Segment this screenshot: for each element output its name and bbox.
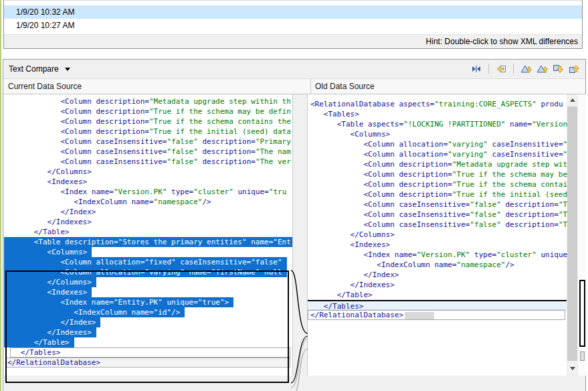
code-line[interactable]: <Tables> — [308, 109, 567, 119]
code-line[interactable]: <IndexColumn name="namespace"/> — [4, 197, 292, 207]
code-line[interactable]: <Column description="True if the initial… — [4, 127, 292, 137]
code-line[interactable]: </Index> — [4, 317, 292, 327]
code-line[interactable]: <Column allocation="varying" caseInsensi… — [308, 149, 567, 159]
diff-connector-strip — [293, 94, 307, 376]
code-line[interactable]: </Columns> — [308, 230, 567, 240]
code-line[interactable]: <Column caseInsensitive="false" descript… — [308, 210, 567, 220]
code-line[interactable]: <RelationalDatabase aspects="training:CO… — [308, 99, 567, 109]
scroll-down-arrow[interactable] — [567, 363, 578, 374]
right-pane-title: Old Data Source — [310, 79, 375, 94]
history-list: 1/9/20 10:32 AM1/9/20 10:27 AM Hint: Dou… — [3, 0, 583, 49]
old-source-pane[interactable]: <RelationalDatabase aspects="training:CO… — [307, 94, 567, 376]
code-line[interactable]: <Column caseInsensitive="false" descript… — [308, 200, 567, 210]
copy-left-icon[interactable] — [495, 63, 507, 75]
overview-diff-marker[interactable] — [580, 351, 585, 361]
code-line[interactable]: </Indexes> — [4, 327, 292, 337]
swap-icon[interactable] — [470, 63, 482, 75]
code-line[interactable]: <Column description="True if the schema … — [308, 169, 567, 179]
code-line[interactable]: </Columns> — [4, 277, 292, 287]
diff-chunk-marker — [405, 312, 434, 319]
code-line[interactable]: <Table aspects="!LOCKING !PARTITIONED" n… — [308, 119, 567, 129]
chevron-down-icon — [65, 68, 70, 71]
left-pane-title: Current Data Source — [8, 79, 82, 94]
code-line[interactable]: </Table> — [308, 290, 567, 300]
current-source-pane[interactable]: <Column description="Metadata upgrade st… — [4, 94, 293, 376]
code-line[interactable]: <Index name="Version.PK" type="cluster" … — [308, 250, 567, 260]
code-line[interactable]: </Indexes> — [308, 280, 567, 290]
code-line[interactable]: <Index name="Entity.PK" unique="true"> — [4, 297, 292, 307]
code-line[interactable]: <Indexes> — [4, 177, 292, 187]
right-pane-vertical-scrollbar[interactable] — [567, 94, 578, 376]
compare-toolbar: Text Compare — [3, 60, 585, 78]
overview-selected-diff-marker[interactable] — [579, 280, 585, 347]
code-line[interactable]: <IndexColumn name="id"/> — [4, 307, 292, 317]
compare-editor: Text Compare — [3, 59, 586, 391]
code-line[interactable]: </Table> — [4, 337, 292, 347]
code-line[interactable]: <Indexes> — [4, 287, 292, 297]
code-line[interactable]: <Index name="Version.PK" type="cluster" … — [4, 187, 292, 197]
code-line[interactable]: <IndexColumn name="namespace"/> — [308, 260, 567, 270]
code-line[interactable]: <Table description="Stores the primary e… — [4, 237, 292, 247]
toolbar-separator — [513, 64, 514, 74]
code-line[interactable]: <Indexes> — [308, 240, 567, 250]
code-line[interactable]: <Column caseInsensitive="false" descript… — [308, 220, 567, 230]
vertical-scroll-thumb[interactable] — [567, 106, 577, 361]
code-line[interactable]: <Column description="True if the initial… — [308, 189, 567, 200]
scroll-up-arrow[interactable] — [567, 94, 578, 106]
view-accent-strip — [0, 0, 1, 391]
code-line[interactable]: </Tables> — [308, 300, 567, 310]
code-line[interactable]: </Indexes> — [4, 217, 292, 227]
code-line[interactable]: <Column caseInsensitive="false" descript… — [4, 157, 292, 167]
toolbar-separator — [488, 64, 489, 74]
code-line[interactable]: <Column description="True if the schema … — [4, 106, 292, 116]
code-line[interactable]: <Column allocation="varying" name="first… — [4, 267, 292, 277]
hint-text: Hint: Double-click to show XML differenc… — [4, 34, 582, 48]
code-line[interactable]: <Column description="True if the schema … — [308, 179, 567, 189]
next-change-icon[interactable] — [552, 63, 564, 75]
code-line[interactable]: </Table> — [4, 227, 292, 237]
code-line[interactable]: </RelationalDatabase> — [308, 310, 567, 320]
code-line[interactable]: </Tables> — [4, 347, 292, 358]
previous-change-icon[interactable] — [568, 63, 580, 75]
next-difference-icon[interactable] — [520, 63, 532, 75]
code-line[interactable]: <Column description="Metadata upgrade st… — [308, 159, 567, 169]
compare-mode-dropdown[interactable]: Text Compare — [9, 64, 70, 74]
code-line[interactable]: <Column caseInsensitive="false" descript… — [4, 137, 292, 147]
code-line[interactable]: <Columns> — [308, 129, 567, 139]
history-row[interactable]: 1/9/20 10:27 AM — [4, 19, 582, 32]
history-row[interactable]: 1/9/20 10:32 AM — [4, 5, 582, 19]
code-line[interactable]: </RelationalDatabase> — [4, 358, 292, 368]
code-line[interactable]: </Index> — [308, 270, 567, 280]
code-line[interactable]: <Column description="Metadata upgrade st… — [4, 96, 292, 106]
history-row-partial — [4, 0, 582, 5]
code-line[interactable]: <Columns> — [4, 247, 292, 257]
code-line[interactable]: <Column caseInsensitive="false" descript… — [4, 147, 292, 157]
code-line[interactable]: </Index> — [4, 207, 292, 217]
diff-overview-ruler[interactable] — [578, 94, 586, 376]
pane-headers: Current Data Source Old Data Source — [3, 78, 585, 94]
code-line[interactable]: <Column description="True if the schema … — [4, 116, 292, 127]
previous-difference-icon[interactable] — [536, 63, 548, 75]
code-line[interactable]: <Column allocation="fixed" caseInsensiti… — [4, 257, 292, 267]
history-rows: 1/9/20 10:32 AM1/9/20 10:27 AM — [4, 0, 582, 32]
code-line[interactable]: <Column allocation="varying" caseInsensi… — [308, 139, 567, 149]
compare-mode-label: Text Compare — [9, 64, 59, 74]
code-line[interactable]: </Columns> — [4, 167, 292, 177]
